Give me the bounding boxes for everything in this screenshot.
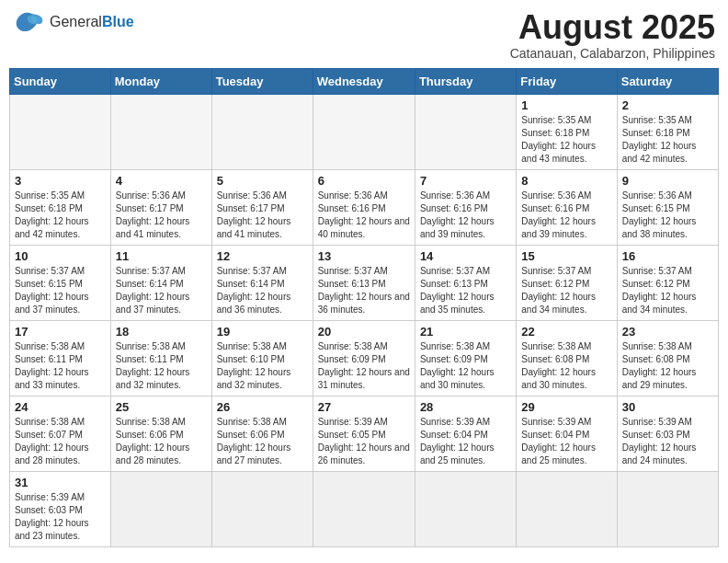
day-info: Sunrise: 5:38 AM Sunset: 6:11 PM Dayligh… bbox=[116, 340, 207, 392]
calendar-cell: 13Sunrise: 5:37 AM Sunset: 6:13 PM Dayli… bbox=[313, 245, 415, 320]
day-number: 12 bbox=[217, 249, 308, 263]
day-info: Sunrise: 5:37 AM Sunset: 6:15 PM Dayligh… bbox=[15, 265, 106, 316]
day-info: Sunrise: 5:36 AM Sunset: 6:15 PM Dayligh… bbox=[622, 190, 713, 241]
day-number: 16 bbox=[622, 249, 713, 263]
calendar-cell: 20Sunrise: 5:38 AM Sunset: 6:09 PM Dayli… bbox=[313, 320, 415, 396]
calendar-cell: 16Sunrise: 5:37 AM Sunset: 6:12 PM Dayli… bbox=[617, 245, 718, 320]
calendar-cell: 27Sunrise: 5:39 AM Sunset: 6:05 PM Dayli… bbox=[313, 396, 415, 471]
day-info: Sunrise: 5:38 AM Sunset: 6:08 PM Dayligh… bbox=[521, 340, 611, 392]
day-info: Sunrise: 5:38 AM Sunset: 6:11 PM Dayligh… bbox=[15, 340, 106, 392]
day-info: Sunrise: 5:36 AM Sunset: 6:16 PM Dayligh… bbox=[521, 190, 611, 241]
day-number: 26 bbox=[217, 400, 308, 414]
day-info: Sunrise: 5:37 AM Sunset: 6:13 PM Dayligh… bbox=[318, 265, 410, 316]
day-info: Sunrise: 5:39 AM Sunset: 6:03 PM Dayligh… bbox=[15, 491, 106, 543]
logo-text: GeneralBlue bbox=[50, 14, 134, 30]
day-number: 21 bbox=[420, 325, 511, 339]
day-info: Sunrise: 5:37 AM Sunset: 6:12 PM Dayligh… bbox=[521, 265, 611, 316]
day-number: 14 bbox=[420, 249, 511, 263]
day-number: 4 bbox=[116, 174, 207, 188]
day-header-sunday: Sunday bbox=[10, 68, 111, 94]
calendar-cell: 1Sunrise: 5:35 AM Sunset: 6:18 PM Daylig… bbox=[517, 94, 617, 169]
calendar-cell: 2Sunrise: 5:35 AM Sunset: 6:18 PM Daylig… bbox=[617, 94, 718, 169]
day-info: Sunrise: 5:36 AM Sunset: 6:17 PM Dayligh… bbox=[217, 190, 308, 241]
day-info: Sunrise: 5:36 AM Sunset: 6:16 PM Dayligh… bbox=[420, 190, 511, 241]
day-number: 28 bbox=[420, 400, 511, 414]
day-number: 6 bbox=[318, 174, 410, 188]
day-info: Sunrise: 5:36 AM Sunset: 6:17 PM Dayligh… bbox=[116, 190, 207, 241]
day-number: 8 bbox=[521, 174, 611, 188]
day-header-wednesday: Wednesday bbox=[313, 68, 415, 94]
calendar-cell: 25Sunrise: 5:38 AM Sunset: 6:06 PM Dayli… bbox=[110, 396, 211, 471]
day-info: Sunrise: 5:36 AM Sunset: 6:16 PM Dayligh… bbox=[318, 190, 410, 241]
calendar-cell: 8Sunrise: 5:36 AM Sunset: 6:16 PM Daylig… bbox=[517, 169, 617, 245]
calendar-cell bbox=[313, 471, 415, 546]
calendar-table: SundayMondayTuesdayWednesdayThursdayFrid… bbox=[9, 68, 719, 547]
day-number: 23 bbox=[622, 325, 713, 339]
day-number: 18 bbox=[116, 325, 207, 339]
calendar-cell bbox=[110, 471, 211, 546]
day-info: Sunrise: 5:35 AM Sunset: 6:18 PM Dayligh… bbox=[521, 114, 611, 166]
calendar-cell: 14Sunrise: 5:37 AM Sunset: 6:13 PM Dayli… bbox=[415, 245, 516, 320]
calendar-cell: 4Sunrise: 5:36 AM Sunset: 6:17 PM Daylig… bbox=[110, 169, 211, 245]
day-info: Sunrise: 5:38 AM Sunset: 6:09 PM Dayligh… bbox=[420, 340, 511, 392]
day-number: 11 bbox=[116, 249, 207, 263]
day-number: 5 bbox=[217, 174, 308, 188]
calendar-cell bbox=[211, 471, 313, 546]
day-number: 10 bbox=[15, 249, 106, 263]
calendar-cell: 15Sunrise: 5:37 AM Sunset: 6:12 PM Dayli… bbox=[517, 245, 617, 320]
day-number: 3 bbox=[15, 174, 106, 188]
calendar-cell: 28Sunrise: 5:39 AM Sunset: 6:04 PM Dayli… bbox=[415, 396, 516, 471]
day-info: Sunrise: 5:39 AM Sunset: 6:04 PM Dayligh… bbox=[420, 416, 511, 467]
day-number: 7 bbox=[420, 174, 511, 188]
day-number: 9 bbox=[622, 174, 713, 188]
calendar-cell: 9Sunrise: 5:36 AM Sunset: 6:15 PM Daylig… bbox=[617, 169, 718, 245]
day-info: Sunrise: 5:39 AM Sunset: 6:05 PM Dayligh… bbox=[318, 416, 410, 467]
calendar-cell: 21Sunrise: 5:38 AM Sunset: 6:09 PM Dayli… bbox=[415, 320, 516, 396]
day-info: Sunrise: 5:37 AM Sunset: 6:14 PM Dayligh… bbox=[116, 265, 207, 316]
calendar-cell: 24Sunrise: 5:38 AM Sunset: 6:07 PM Dayli… bbox=[10, 396, 111, 471]
calendar-week-6: 31Sunrise: 5:39 AM Sunset: 6:03 PM Dayli… bbox=[10, 471, 719, 546]
day-number: 24 bbox=[15, 400, 106, 414]
day-number: 2 bbox=[622, 98, 713, 112]
day-header-thursday: Thursday bbox=[415, 68, 516, 94]
day-number: 17 bbox=[15, 325, 106, 339]
day-number: 25 bbox=[116, 400, 207, 414]
calendar-cell bbox=[617, 471, 718, 546]
calendar-cell: 22Sunrise: 5:38 AM Sunset: 6:08 PM Dayli… bbox=[517, 320, 617, 396]
day-number: 27 bbox=[318, 400, 410, 414]
logo: GeneralBlue bbox=[13, 9, 134, 35]
day-info: Sunrise: 5:38 AM Sunset: 6:06 PM Dayligh… bbox=[217, 416, 308, 467]
calendar-cell: 12Sunrise: 5:37 AM Sunset: 6:14 PM Dayli… bbox=[211, 245, 313, 320]
calendar-week-3: 10Sunrise: 5:37 AM Sunset: 6:15 PM Dayli… bbox=[10, 245, 719, 320]
calendar-week-4: 17Sunrise: 5:38 AM Sunset: 6:11 PM Dayli… bbox=[10, 320, 719, 396]
page-header: GeneralBlue August 2025 Catanauan, Calab… bbox=[9, 9, 719, 61]
day-info: Sunrise: 5:37 AM Sunset: 6:12 PM Dayligh… bbox=[622, 265, 713, 316]
calendar-cell bbox=[415, 94, 516, 169]
day-info: Sunrise: 5:39 AM Sunset: 6:03 PM Dayligh… bbox=[622, 416, 713, 467]
day-number: 31 bbox=[15, 476, 106, 489]
day-number: 1 bbox=[521, 98, 611, 112]
calendar-cell: 3Sunrise: 5:35 AM Sunset: 6:18 PM Daylig… bbox=[10, 169, 111, 245]
day-info: Sunrise: 5:35 AM Sunset: 6:18 PM Dayligh… bbox=[15, 190, 106, 241]
calendar-cell bbox=[110, 94, 211, 169]
calendar-cell: 23Sunrise: 5:38 AM Sunset: 6:08 PM Dayli… bbox=[617, 320, 718, 396]
day-info: Sunrise: 5:37 AM Sunset: 6:13 PM Dayligh… bbox=[420, 265, 511, 316]
calendar-cell: 10Sunrise: 5:37 AM Sunset: 6:15 PM Dayli… bbox=[10, 245, 111, 320]
day-header-friday: Friday bbox=[517, 68, 617, 94]
day-number: 22 bbox=[521, 325, 611, 339]
calendar-cell: 18Sunrise: 5:38 AM Sunset: 6:11 PM Dayli… bbox=[110, 320, 211, 396]
day-header-tuesday: Tuesday bbox=[211, 68, 313, 94]
location-subtitle: Catanauan, Calabarzon, Philippines bbox=[510, 46, 715, 61]
day-info: Sunrise: 5:38 AM Sunset: 6:10 PM Dayligh… bbox=[217, 340, 308, 392]
day-number: 30 bbox=[622, 400, 713, 414]
calendar-cell bbox=[211, 94, 313, 169]
day-info: Sunrise: 5:39 AM Sunset: 6:04 PM Dayligh… bbox=[521, 416, 611, 467]
calendar-cell bbox=[313, 94, 415, 169]
calendar-cell: 17Sunrise: 5:38 AM Sunset: 6:11 PM Dayli… bbox=[10, 320, 111, 396]
day-info: Sunrise: 5:37 AM Sunset: 6:14 PM Dayligh… bbox=[217, 265, 308, 316]
title-area: August 2025 Catanauan, Calabarzon, Phili… bbox=[510, 9, 715, 61]
day-info: Sunrise: 5:38 AM Sunset: 6:09 PM Dayligh… bbox=[318, 340, 410, 392]
day-number: 29 bbox=[521, 400, 611, 414]
day-number: 15 bbox=[521, 249, 611, 263]
calendar-cell: 7Sunrise: 5:36 AM Sunset: 6:16 PM Daylig… bbox=[415, 169, 516, 245]
